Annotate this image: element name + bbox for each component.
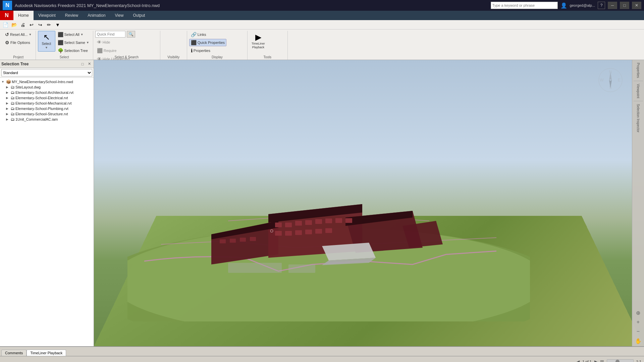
- select-all-label: Select All: [64, 33, 79, 37]
- svg-rect-15: [335, 218, 342, 223]
- page-info: 1 of 1: [582, 360, 592, 362]
- tree-item-elec[interactable]: ▶ 🗂 Elementary-School-Electrical.rvt: [6, 95, 93, 101]
- qat-edit[interactable]: ✏: [45, 21, 53, 28]
- svg-rect-13: [315, 219, 322, 224]
- app-menu-button[interactable]: N: [0, 11, 13, 20]
- tree-expander-struct: ▶: [6, 112, 11, 116]
- qat-open[interactable]: 📂: [10, 21, 18, 28]
- require-icon: ⬛: [97, 48, 103, 53]
- building-scene-svg: [127, 94, 530, 321]
- svg-rect-26: [250, 237, 256, 241]
- close-button[interactable]: ✕: [632, 2, 641, 9]
- properties-button[interactable]: ℹ Properties: [189, 47, 212, 54]
- links-button[interactable]: 🔗 Links: [189, 31, 208, 38]
- select-all-icon: ⬛: [58, 32, 63, 37]
- tab-animation[interactable]: Animation: [83, 11, 110, 20]
- svg-rect-12: [305, 220, 312, 225]
- tree-item-mech[interactable]: ▶ 🗂 Elementary-School-Mechanical.rvt: [6, 101, 93, 106]
- viewport[interactable]: N S W E Properties Viewpoint Selection I…: [94, 60, 644, 346]
- reset-all-icon: ↺: [5, 32, 9, 37]
- tab-view[interactable]: View: [110, 11, 128, 20]
- help-button[interactable]: ?: [598, 2, 605, 9]
- viewpoint-strip-label[interactable]: Viewpoint: [636, 82, 640, 100]
- page-prev-button[interactable]: ◀: [577, 359, 580, 362]
- quick-find-input-container[interactable]: [95, 31, 125, 38]
- quick-find-search-button[interactable]: 🔍: [127, 31, 135, 38]
- qat-dropdown[interactable]: ▼: [54, 21, 62, 28]
- ribbon-tab-bar: N Home Viewpoint Review Animation View O…: [0, 11, 644, 20]
- ribbon-group-display: 🔗 Links ⬛ Quick Properties ℹ Properties …: [187, 31, 248, 60]
- tree-item-plumb[interactable]: ▶ 🗂 Elementary-School-Plumbing.rvt: [6, 106, 93, 111]
- panel-close-button[interactable]: ✕: [86, 61, 92, 67]
- file-options-button[interactable]: ⚙ File Options: [3, 39, 32, 46]
- reset-all-button[interactable]: ↺ Reset All... ▼: [3, 31, 34, 38]
- timeliner-icon: ▶: [255, 33, 261, 41]
- quick-properties-label: Quick Properties: [198, 41, 225, 45]
- svg-rect-11: [295, 221, 302, 226]
- tree-label-arch: Elementary-School-Architectural.rvt: [15, 90, 73, 95]
- zoom-in-button[interactable]: +: [633, 317, 644, 327]
- title-search-input[interactable]: [492, 3, 549, 7]
- tab-home[interactable]: Home: [13, 11, 34, 20]
- file-options-label: File Options: [10, 41, 30, 45]
- properties-icon: ℹ: [191, 48, 193, 53]
- qat-new[interactable]: 📄: [1, 21, 9, 28]
- tree-label-mech: Elementary-School-Mechanical.rvt: [15, 101, 72, 105]
- require-button[interactable]: ⬛ Require: [95, 47, 118, 54]
- tab-review[interactable]: Review: [60, 11, 83, 20]
- ribbon-group-select-search: 🔍 👁 Hide ⬛ Require 👁 Hide Unselected 👁 U…: [93, 31, 160, 60]
- hide-button[interactable]: 👁 Hide: [95, 39, 112, 46]
- tree-item-root[interactable]: ▼ 📦 MY_NewElementarySchool-Intro.nwd: [1, 79, 93, 84]
- panel-float-button[interactable]: □: [79, 61, 86, 67]
- tab-comments[interactable]: Comments: [1, 350, 26, 356]
- minimize-button[interactable]: ─: [608, 2, 617, 9]
- qat-undo[interactable]: ↩: [28, 21, 36, 28]
- zoom-out-button[interactable]: −: [633, 327, 644, 336]
- quick-find-input[interactable]: [97, 32, 124, 36]
- zoom-level: 1:1: [636, 360, 641, 362]
- select-same-button[interactable]: ⬛ Select Same ▼: [56, 39, 91, 46]
- bottom-tab-bar: Comments TimeLiner Playback: [0, 347, 644, 356]
- status-bar: ◀ 1 of 1 ▶ ⊞ 1:1: [0, 356, 644, 362]
- title-search-box[interactable]: [491, 2, 558, 9]
- selection-tree-label: Selection Tree: [64, 49, 88, 53]
- maximize-button[interactable]: □: [620, 2, 629, 9]
- timeliner-playback-button[interactable]: ▶ TimeLiner Playback: [250, 31, 267, 52]
- page-next-button[interactable]: ▶: [594, 359, 597, 362]
- quick-properties-button[interactable]: ⬛ Quick Properties: [189, 39, 226, 46]
- ribbon-group-select-search-label: Select & Search: [93, 55, 160, 59]
- links-label: Links: [198, 33, 206, 37]
- svg-rect-9: [275, 223, 282, 227]
- tree-expander-root: ▼: [1, 80, 6, 83]
- select-same-icon: ⬛: [58, 40, 63, 45]
- panel-title: Selection Tree: [1, 62, 29, 66]
- title-text: Autodesk Navisworks Freedom 2021 MY_NewE…: [15, 3, 160, 8]
- hand-tool-button[interactable]: ✋: [633, 336, 644, 346]
- nav-tools-strip: Properties Viewpoint Selection Inspector…: [632, 60, 644, 346]
- properties-strip-label[interactable]: Properties: [636, 61, 640, 80]
- tree-item-hvac[interactable]: ▶ 🗂 1Unit_CommercialAC.iam: [6, 117, 93, 122]
- tree-icon-arch: 🗂: [11, 90, 15, 95]
- tree-type-select[interactable]: Standard Compact Properties Sets: [1, 69, 92, 76]
- zoom-fit-button[interactable]: ⊕: [633, 308, 644, 317]
- select-large-button[interactable]: ↖ Select ▼: [38, 31, 55, 52]
- svg-rect-19: [295, 230, 302, 235]
- reset-all-dropdown-icon: ▼: [29, 33, 32, 36]
- tree-item-struct[interactable]: ▶ 🗂 Elementary-School-Structure.rvt: [6, 111, 93, 117]
- qat-redo[interactable]: ↪: [36, 21, 44, 28]
- selection-tree-panel: Selection Tree □ ✕ Standard Compact Prop…: [0, 60, 94, 346]
- select-all-button[interactable]: ⬛ Select All ▼: [56, 31, 91, 38]
- view-mode-button[interactable]: ⊞: [600, 359, 604, 362]
- zoom-slider[interactable]: [607, 359, 634, 362]
- selection-tree-button[interactable]: 🌳 Selection Tree: [56, 47, 91, 54]
- qat-print[interactable]: 🖨: [19, 21, 27, 28]
- ribbon-group-display-label: Display: [187, 55, 247, 59]
- tree-item-site[interactable]: ▶ 🗂 SiteLayout.dwg: [6, 84, 93, 90]
- tree-content: ▼ 📦 MY_NewElementarySchool-Intro.nwd ▶ 🗂…: [0, 78, 94, 346]
- tab-timeliner-playback[interactable]: TimeLiner Playback: [26, 350, 66, 356]
- svg-rect-25: [240, 238, 246, 242]
- tab-output[interactable]: Output: [128, 11, 150, 20]
- tree-item-arch[interactable]: ▶ 🗂 Elementary-School-Architectural.rvt: [6, 90, 93, 95]
- selection-inspector-strip-label[interactable]: Selection Inspector: [636, 102, 640, 134]
- tab-viewpoint[interactable]: Viewpoint: [34, 11, 60, 20]
